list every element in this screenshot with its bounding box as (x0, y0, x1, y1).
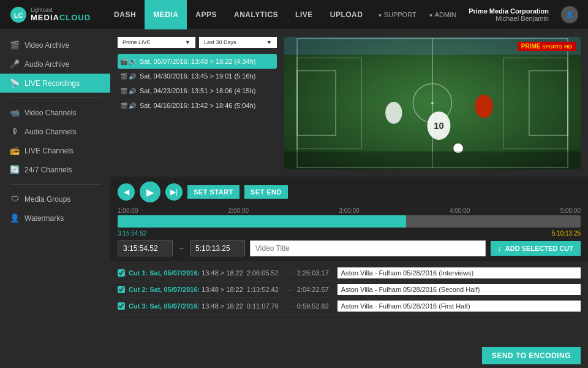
cut-start-2: 0:11:07.76 (247, 302, 284, 310)
sidebar-item-watermarks[interactable]: 👤 Watermarks (0, 209, 110, 228)
logo: LC Lightcast MEDIACLOUD (10, 6, 91, 23)
nav-media[interactable]: MEDIA (145, 0, 187, 29)
user-name: Prime Media Corporation (469, 7, 549, 15)
main-nav: DASH MEDIA APPS ANALYTICS LIVE UPLOAD (105, 0, 377, 29)
recordings-list: Prime LIVE ▼ Last 30 Days ▼ 🎬 🔊 Sat, 05/… (118, 37, 277, 169)
timeline-marker (405, 215, 406, 228)
cut-end-input[interactable] (190, 240, 245, 256)
avatar: 👤 (561, 6, 578, 23)
nav-live[interactable]: LIVE (287, 0, 322, 29)
sidebar-item-live-recordings[interactable]: 📡 LIVE Recordings (0, 74, 110, 93)
encode-button[interactable]: SEND TO ENCODING (482, 347, 581, 364)
user-sub: Michael Benjamin (469, 15, 549, 22)
sidebar-divider-2 (10, 184, 100, 185)
add-cut-button[interactable]: ↓ ADD SELECTED CUT (491, 241, 581, 256)
audio-icon-2: 🔊 (129, 88, 136, 94)
prime-badge: PRIME SPORTS HD (518, 42, 576, 51)
layout: 🎬 Video Archive 🎤 Audio Archive 📡 LIVE R… (0, 29, 588, 368)
nav-apps[interactable]: APPS (187, 0, 225, 29)
user-info: Prime Media Corporation Michael Benjamin (469, 7, 549, 22)
download-icon: ↓ (498, 245, 502, 252)
timeline-time: 3:15:54.52 5:10:13.25 (118, 230, 581, 237)
header: LC Lightcast MEDIACLOUD DASH MEDIA APPS … (0, 0, 588, 29)
cut-end-0: 2:25:03.17 (297, 269, 334, 277)
sidebar-item-media-groups[interactable]: 🛡 Media Groups (0, 190, 110, 209)
sidebar: 🎬 Video Archive 🎤 Audio Archive 📡 LIVE R… (0, 29, 110, 368)
live-channels-icon: 📻 (10, 146, 20, 155)
nav-support[interactable]: SUPPORT (377, 11, 416, 18)
cut-title-1[interactable] (337, 284, 581, 295)
nav-analytics[interactable]: ANALYTICS (225, 0, 287, 29)
cut-start-1: 1:13:52.42 (247, 286, 284, 293)
channel-filter[interactable]: Prime LIVE ▼ (118, 37, 195, 48)
timeline-labels: 1:00:00 2:00:00 3:00:00 4:00:00 5:00:00 (118, 207, 581, 215)
timeline-area: ◀ ▶ ▶| SET START SET END 1:00:00 2:00:00… (110, 177, 588, 261)
recording-item-2[interactable]: 🎬 🔊 Sat, 04/23/2016: 13:51 > 18:06 (4:15… (118, 83, 277, 98)
cut-arrow-0: → (287, 270, 293, 277)
sidebar-section-archives: 🎬 Video Archive 🎤 Audio Archive 📡 LIVE R… (0, 36, 110, 93)
sidebar-item-audio-archive[interactable]: 🎤 Audio Archive (0, 55, 110, 74)
recording-item-0[interactable]: 🎬 🔊 Sat, 05/07/2016: 13:48 > 18:22 (4:34… (118, 54, 277, 69)
sidebar-item-video-archive[interactable]: 🎬 Video Archive (0, 36, 110, 55)
set-start-button[interactable]: SET START (187, 185, 239, 199)
media-groups-icon: 🛡 (10, 194, 20, 204)
cut-check-0[interactable] (118, 269, 125, 277)
cuts-list: Cut 1: Sat, 05/07/2016: 13:48 > 18:22 2:… (110, 261, 588, 343)
timeline-track[interactable] (118, 215, 581, 228)
timeline-progress (118, 215, 405, 228)
video-overlay: PRIME SPORTS HD (284, 37, 581, 169)
sidebar-item-audio-channels[interactable]: 🎙 Audio Channels (0, 122, 110, 141)
next-button[interactable]: ▶| (165, 183, 183, 201)
watermarks-icon: 👤 (10, 213, 20, 223)
period-filter[interactable]: Last 30 Days ▼ (199, 37, 277, 48)
video-icon-1: 🎬 (120, 73, 127, 80)
cut-label-2: Cut 3: Sat, 05/07/2016: 13:48 > 18:22 (129, 302, 243, 310)
cut-check-1[interactable] (118, 286, 125, 293)
cut-end-2: 0:59:52.62 (297, 302, 334, 310)
audio-icon: 🔊 (129, 58, 136, 65)
logo-icon: LC (10, 6, 27, 23)
cut-arrow-1: → (287, 286, 293, 293)
header-right: SUPPORT ADMIN Prime Media Corporation Mi… (377, 6, 578, 23)
audio-archive-icon: 🎤 (10, 59, 20, 69)
cut-title-input[interactable] (250, 240, 486, 256)
prev-button[interactable]: ◀ (118, 183, 135, 201)
sidebar-item-live-channels[interactable]: 📻 LIVE Channels (0, 141, 110, 160)
recording-item-3[interactable]: 🎬 🔊 Sat, 04/16/2016: 13:42 > 18:46 (5:04… (118, 98, 277, 113)
live-recordings-icon: 📡 (10, 79, 20, 88)
arrow-icon: → (178, 244, 185, 253)
set-end-button[interactable]: SET END (244, 185, 288, 199)
cut-row-2: Cut 3: Sat, 05/07/2016: 13:48 > 18:22 0:… (118, 298, 581, 315)
sidebar-section-channels: 📹 Video Channels 🎙 Audio Channels 📻 LIVE… (0, 103, 110, 179)
nav-upload[interactable]: UPLOAD (322, 0, 372, 29)
audio-channels-icon: 🎙 (10, 127, 20, 136)
nav-admin[interactable]: ADMIN (429, 11, 457, 18)
video-archive-icon: 🎬 (10, 40, 20, 50)
video-icon-3: 🎬 (120, 102, 127, 109)
247-channels-icon: 🔄 (10, 165, 20, 174)
cut-start-0: 2:06:05.52 (247, 269, 284, 277)
video-preview: 10 PRIME SPORTS (284, 37, 581, 169)
sidebar-divider-1 (10, 98, 100, 98)
video-icon-2: 🎬 (120, 88, 127, 94)
cut-label-1: Cut 2: Sat, 05/07/2016: 13:48 > 18:22 (129, 286, 243, 293)
nav-dash[interactable]: DASH (105, 0, 145, 29)
cut-title-0[interactable] (337, 267, 581, 278)
audio-icon-1: 🔊 (129, 73, 136, 80)
main-content: Prime LIVE ▼ Last 30 Days ▼ 🎬 🔊 Sat, 05/… (110, 29, 588, 368)
recording-item-1[interactable]: 🎬 🔊 Sat, 04/30/2016: 13:45 > 19:01 (5:16… (118, 69, 277, 83)
cut-start-input[interactable] (118, 240, 173, 256)
sidebar-item-video-channels[interactable]: 📹 Video Channels (0, 103, 110, 122)
cut-row-0: Cut 1: Sat, 05/07/2016: 13:48 > 18:22 2:… (118, 265, 581, 282)
play-button[interactable]: ▶ (140, 182, 160, 202)
current-time: 3:15:54.52 (118, 230, 146, 237)
cut-end-1: 2:04:22.57 (297, 286, 334, 293)
timeline-container[interactable] (118, 215, 581, 228)
video-icon: 🎬 (120, 58, 127, 65)
cut-check-2[interactable] (118, 302, 125, 310)
bottom-bar: SEND TO ENCODING (110, 343, 588, 368)
sidebar-item-247-channels[interactable]: 🔄 24/7 Channels (0, 160, 110, 179)
audio-icon-3: 🔊 (129, 102, 136, 109)
top-area: Prime LIVE ▼ Last 30 Days ▼ 🎬 🔊 Sat, 05/… (110, 29, 588, 177)
cut-title-2[interactable] (337, 301, 581, 312)
